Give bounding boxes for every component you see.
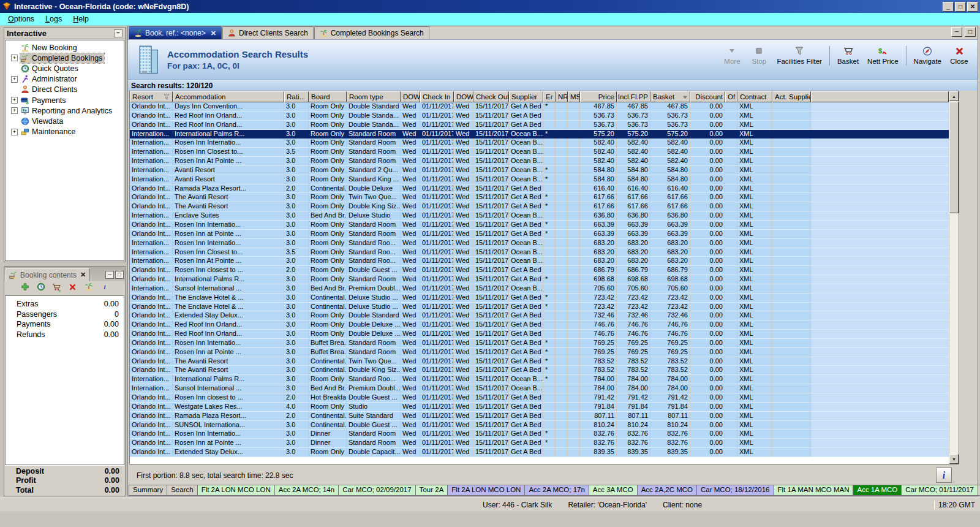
booking-contents-tab[interactable]: Booking contents ✕ [6, 268, 89, 281]
table-row[interactable]: Orlando Int...Red Roof Inn Orland...3.0R… [130, 320, 949, 330]
table-row[interactable]: Orlando Int...Red Roof Inn Orland...3.0R… [130, 112, 949, 121]
column-header-ms[interactable]: MS [568, 91, 580, 102]
bottom-tab-car-mco-18-12-2016[interactable]: Car MCO; 18/12/2016 [696, 485, 774, 496]
basket-button[interactable]: Basket [833, 45, 863, 67]
pane-minimize-icon[interactable]: ─ [951, 27, 962, 37]
table-row[interactable]: Orlando Int...Red Roof Inn Orland...3.0R… [130, 121, 949, 130]
column-header-incl-fl-pp[interactable]: Incl.Fl.PP [617, 91, 650, 102]
column-header-room-type[interactable]: Room type [347, 91, 401, 102]
sidebar-item-viewdata[interactable]: Viewdata [6, 116, 124, 126]
expand-icon[interactable]: + [11, 76, 18, 83]
menu-logs[interactable]: Logs [40, 13, 67, 25]
facilities-filter-button[interactable]: Facilities Filter [772, 45, 826, 67]
table-row[interactable]: Orlando Int...The Enclave Hotel & ...3.0… [130, 303, 949, 312]
bottom-tab-tour-2a[interactable]: Tour 2A [415, 485, 448, 496]
table-row[interactable]: Orlando Int...Rosen Inn at Pointe ...3.0… [130, 230, 949, 239]
table-row[interactable]: Orlando Int...Rosen Inn Internatio...3.0… [130, 430, 949, 439]
maximize-button[interactable]: □ [955, 2, 966, 12]
menu-help[interactable]: Help [67, 13, 94, 25]
bottom-tab-acc-2a-mco-17n[interactable]: Acc 2A MCO; 17n [524, 485, 589, 496]
bottom-tab-acc-1a-mco[interactable]: Acc 1A MCO [853, 485, 902, 496]
table-row[interactable]: Orlando Int...Rosen Inn at Pointe ...3.0… [130, 439, 949, 448]
column-header-accommodation[interactable]: Accommodation [173, 91, 284, 102]
bottom-tab-financial-summary[interactable]: Financial Summary [978, 485, 980, 496]
column-header-basket[interactable]: Basket [650, 91, 690, 102]
column-header-board[interactable]: Board [309, 91, 347, 102]
booking-tool-info[interactable]: i [100, 282, 109, 294]
booking-tool-clock[interactable] [36, 282, 45, 294]
table-row[interactable]: Orlando Int...The Avanti Resort3.0Room O… [130, 193, 949, 202]
table-row[interactable]: Orlando Int...The Enclave Hotel & ...3.0… [130, 294, 949, 303]
tab-completed-bookings-search[interactable]: Completed Bookings Search [314, 26, 429, 39]
table-row[interactable]: Internation...Avanti Resort3.0Room OnlyS… [130, 175, 949, 184]
bottom-tab-flt-2a-lon-mco-lon[interactable]: Flt 2A LON MCO LON [197, 485, 275, 496]
tab-book-ref-none[interactable]: Book. ref.: <none>✕ [129, 26, 222, 39]
table-row[interactable]: Internation...Rosen Inn Closest to...3.5… [130, 248, 949, 257]
table-row[interactable]: Orlando Int...Westgate Lakes Res...4.0Ro… [130, 403, 949, 412]
booking-tool-cart-transfer[interactable] [52, 282, 61, 294]
table-row[interactable]: Internation...Rosen Inn At Pointe ...3.0… [130, 257, 949, 266]
sidebar-item-maintenance[interactable]: +Maintenance [6, 127, 124, 137]
booking-minimize-icon[interactable]: ─ [105, 271, 114, 279]
table-row[interactable]: Internation...Sunsol International ...3.… [130, 284, 949, 294]
expand-icon[interactable]: + [11, 107, 18, 114]
minimize-button[interactable]: _ [943, 2, 954, 12]
table-row[interactable]: Internation...International Palms R...3.… [130, 375, 949, 384]
column-header-act-supplier[interactable]: Act. Supplier [772, 91, 811, 102]
table-row[interactable]: Internation...Rosen Inn Closest to...3.5… [130, 148, 949, 157]
table-row[interactable]: Orlando Int...Rosen Inn Internatio...3.0… [130, 221, 949, 230]
vertical-scrollbar[interactable]: ▲ ▼ [949, 91, 959, 464]
booking-tool-palm[interactable] [84, 282, 93, 294]
scroll-down-icon[interactable]: ▼ [949, 454, 959, 464]
table-row[interactable]: Orlando Int...Rosen Inn closest to ...2.… [130, 266, 949, 275]
column-header-supplier[interactable]: Supplier [509, 91, 543, 102]
menu-options[interactable]: Options [2, 13, 40, 25]
bottom-tab-acc-3a-mco[interactable]: Acc 3A MCO [589, 485, 638, 496]
nett-price-button[interactable]: $Nett Price [863, 45, 903, 67]
table-row[interactable]: Orlando Int...The Avanti Resort3.0Contin… [130, 366, 949, 375]
bottom-tab-search[interactable]: Search [167, 485, 197, 496]
booking-maximize-icon[interactable]: □ [115, 271, 124, 279]
navigate-button[interactable]: Navigate [910, 45, 946, 67]
column-header-of[interactable]: Of [725, 91, 737, 102]
column-header-rati[interactable]: Rati... [284, 91, 309, 102]
sidebar-item-direct-clients[interactable]: Direct Clients [6, 85, 124, 95]
table-row[interactable]: Orlando Int...Extended Stay Delux...3.0R… [130, 448, 949, 457]
expand-icon[interactable]: + [11, 55, 18, 61]
bottom-tab-flt-2a-lon-mco-lon[interactable]: Flt 2A LON MCO LON [447, 485, 525, 496]
tab-direct-clients-search[interactable]: Direct Clients Search [222, 26, 314, 39]
expand-icon[interactable]: + [11, 129, 18, 135]
table-row[interactable]: Orlando Int...Ramada Plaza Resort...2.0C… [130, 184, 949, 194]
expand-icon[interactable]: + [11, 97, 18, 104]
table-row[interactable]: Orlando Int...The Avanti Resort3.0Contin… [130, 357, 949, 366]
close-button[interactable]: ✕ [967, 2, 978, 12]
column-header-price[interactable]: Price [580, 91, 617, 102]
column-header-dow[interactable]: DOW [401, 91, 420, 102]
column-header-er[interactable]: Er [543, 91, 556, 102]
table-row[interactable]: Internation...International Palms R...3.… [130, 130, 949, 139]
table-row[interactable]: Internation...Sunsol International ...3.… [130, 384, 949, 393]
bottom-tab-car-mco-01-11-2017[interactable]: Car MCO; 01/11/2017 [901, 485, 978, 496]
column-header-dow[interactable]: DOW [454, 91, 473, 102]
scroll-up-icon[interactable]: ▲ [949, 91, 959, 101]
bottom-tab-acc-2a-mco-14n[interactable]: Acc 2A MCO; 14n [274, 485, 339, 496]
table-row[interactable]: Internation...Rosen Inn Internatio...3.0… [130, 239, 949, 248]
sidebar-item-new-booking[interactable]: New Booking [6, 42, 124, 53]
booking-tool-red-x[interactable] [68, 282, 77, 294]
collapse-panel-icon[interactable]: − [114, 29, 123, 37]
column-header-discount[interactable]: Discount [690, 91, 725, 102]
sidebar-item-payments[interactable]: +$Payments [6, 95, 124, 105]
table-row[interactable]: Internation...Rosen Inn At Pointe ...3.0… [130, 157, 949, 166]
sidebar-item-reporting-and-analytics[interactable]: +Reporting and Analytics [6, 105, 124, 116]
column-header-check-in[interactable]: Check In [420, 91, 454, 102]
table-row[interactable]: Orlando Int...Red Roof Inn Orland...3.0R… [130, 330, 949, 339]
scrollbar-thumb[interactable] [949, 102, 959, 213]
close-button[interactable]: Close [946, 45, 973, 67]
pane-maximize-icon[interactable]: □ [965, 27, 976, 37]
sidebar-item-completed-bookings[interactable]: +Completed Bookings [6, 53, 124, 63]
sidebar-item-quick-quotes[interactable]: Quick Quotes [6, 63, 124, 74]
close-tab-icon[interactable]: ✕ [211, 29, 216, 37]
table-row[interactable]: Orlando Int...The Avanti Resort3.0Room O… [130, 202, 949, 211]
booking-tool-add[interactable] [20, 282, 29, 294]
column-header-nr[interactable]: NR [556, 91, 568, 102]
